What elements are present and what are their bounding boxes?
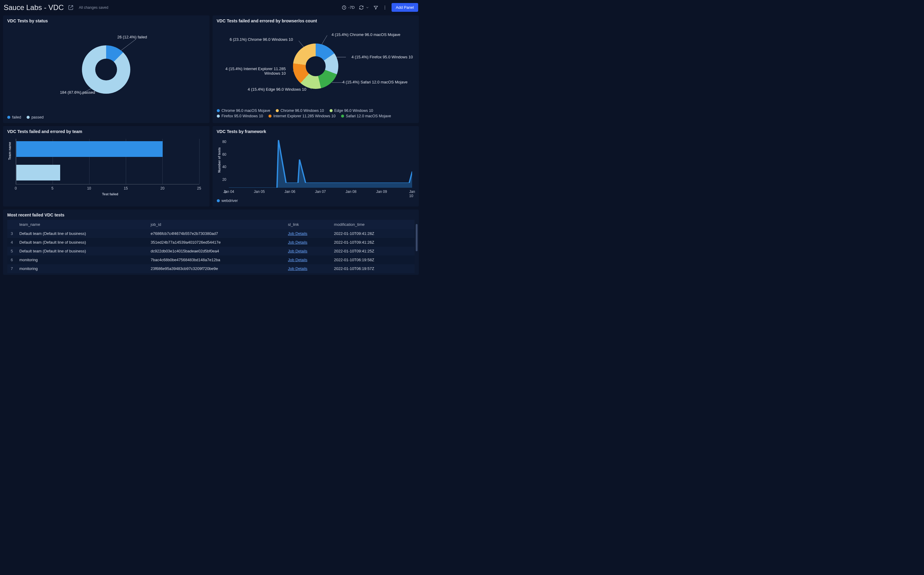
cell-sl-link: Job Details: [285, 264, 331, 273]
panel-status: VDC Tests by status 26 (12.4%) failed 18…: [3, 16, 210, 123]
job-details-link[interactable]: Job Details: [288, 231, 307, 236]
table-row: 6 monitoring 7bac4c68b0be47568483bd148a7…: [7, 256, 414, 264]
cell-team-name: monitoring: [16, 256, 148, 264]
table-header[interactable]: sl_link: [285, 220, 331, 229]
y-axis-title: Team name: [8, 142, 11, 160]
clock-icon: [342, 5, 346, 10]
cell-sl-link: Job Details: [285, 247, 331, 256]
job-details-link[interactable]: Job Details: [288, 240, 307, 245]
cell-job-id: e7686fcb7c4f4674b557e2b730380ad7: [148, 229, 285, 238]
panel-title: VDC Tests failed and errored by browser/…: [217, 18, 415, 23]
team-bar-chart: Team name 0510152025 Test failed: [16, 137, 205, 195]
cell-team-name: monitoring: [16, 264, 148, 273]
panel-framework: VDC Tests by framework Number of tests 0…: [213, 126, 419, 206]
legend-item: Chrome 96.0 Windows 10: [276, 108, 324, 113]
cell-job-id: 351ed24b77a14539a4010726ed54417e: [148, 238, 285, 247]
add-panel-button[interactable]: Add Panel: [392, 3, 418, 12]
time-range-label: -7D: [348, 5, 355, 10]
slice-label: 4 (15.4%) Internet Explorer 11.285Window…: [225, 67, 286, 76]
slice-label: 4 (15.4%) Edge 96.0 Windows 10: [248, 87, 306, 92]
cell-sl-link: Job Details: [285, 229, 331, 238]
filter-icon: [373, 5, 378, 10]
dashboard-header: Sauce Labs - VDC All changes saved -7D A…: [0, 0, 422, 14]
row-index: 4: [7, 238, 16, 247]
table-header[interactable]: team_name: [16, 220, 148, 229]
status-legend: failed passed: [7, 115, 205, 119]
table-row: 4 Default team (Default line of business…: [7, 238, 414, 247]
framework-legend: webdriver: [217, 199, 415, 203]
cell-modification-time: 2022-01-10T09:41:26Z: [331, 238, 414, 247]
row-index: 5: [7, 247, 16, 256]
save-status: All changes saved: [79, 5, 108, 10]
row-index: 3: [7, 229, 16, 238]
legend-item: Edge 96.0 Windows 10: [330, 108, 373, 113]
framework-area-chart: Number of tests 020406080 Jan 04Jan 05Ja…: [228, 137, 414, 197]
row-index: 6: [7, 256, 16, 264]
svg-line-11: [299, 41, 304, 48]
legend-item: webdriver: [217, 199, 238, 203]
slice-label: 4 (15.4%) Chrome 96.0 macOS Mojave: [332, 32, 401, 37]
cell-job-id: 7bac4c68b0be47568483bd148a7e12ba: [148, 256, 285, 264]
table-header[interactable]: modification_time: [331, 220, 414, 229]
bar: [16, 141, 163, 157]
table-header[interactable]: [7, 220, 16, 229]
slice-label: 4 (15.4%) Safari 12.0 macOS Mojave: [343, 80, 408, 84]
svg-line-4: [121, 39, 136, 51]
cell-job-id: 23f686e95a39483cb97c3209f720be9e: [148, 264, 285, 273]
browser-donut-chart: 4 (15.4%) Chrome 96.0 macOS Mojave 4 (15…: [217, 26, 415, 107]
panel-team: VDC Tests failed and errored by team Tea…: [3, 126, 210, 206]
cell-sl-link: Job Details: [285, 238, 331, 247]
more-vertical-icon: [383, 5, 387, 10]
cell-modification-time: 2022-01-10T06:19:58Z: [331, 256, 414, 264]
panel-browser: VDC Tests failed and errored by browser/…: [213, 16, 419, 123]
x-axis-title: Test failed: [102, 192, 118, 196]
row-index: 7: [7, 264, 16, 273]
cell-modification-time: 2022-01-10T09:41:28Z: [331, 229, 414, 238]
cell-job-id: dc922db03e1c4015badeae02d5bf0ea4: [148, 247, 285, 256]
panel-title: VDC Tests failed and errored by team: [7, 129, 205, 134]
slice-label-passed: 184 (87.6%) passed: [60, 90, 95, 95]
share-icon[interactable]: [68, 5, 73, 10]
job-details-link[interactable]: Job Details: [288, 257, 307, 262]
legend-item: Firefox 95.0 Windows 10: [217, 114, 264, 118]
table-row: 7 monitoring 23f686e95a39483cb97c3209f72…: [7, 264, 414, 273]
svg-point-1: [384, 6, 385, 6]
table-scrollbar[interactable]: [416, 224, 418, 273]
panel-failed-tests: Most recent failed VDC tests team_namejo…: [3, 210, 419, 275]
refresh-icon: [359, 5, 364, 10]
table-row: 5 Default team (Default line of business…: [7, 247, 414, 256]
cell-team-name: Default team (Default line of business): [16, 238, 148, 247]
bar: [16, 165, 60, 181]
cell-modification-time: 2022-01-10T09:41:25Z: [331, 247, 414, 256]
legend-item: Chrome 96.0 macOS Mojave: [217, 108, 270, 113]
slice-label: 4 (15.4%) Firefox 95.0 Windows 10: [352, 55, 413, 59]
job-details-link[interactable]: Job Details: [288, 249, 307, 253]
legend-item: Safari 12.0 macOS Mojave: [341, 114, 391, 118]
slice-label: 6 (23.1%) Chrome 96.0 Windows 10: [230, 37, 293, 42]
cell-team-name: Default team (Default line of business): [16, 229, 148, 238]
legend-item: failed: [7, 115, 21, 119]
cell-modification-time: 2022-01-10T06:19:57Z: [331, 264, 414, 273]
chevron-down-icon: [365, 6, 369, 10]
legend-item: Internet Explorer 11.285 Windows 10: [268, 114, 336, 118]
filter-button[interactable]: [373, 5, 378, 10]
panel-title: Most recent failed VDC tests: [7, 213, 414, 218]
table-row: 3 Default team (Default line of business…: [7, 229, 414, 238]
refresh-button[interactable]: [359, 5, 369, 10]
time-range-picker[interactable]: -7D: [342, 5, 355, 10]
browser-legend: Chrome 96.0 macOS MojaveChrome 96.0 Wind…: [217, 108, 415, 118]
slice-label-failed: 26 (12.4%) failed: [117, 35, 147, 39]
job-details-link[interactable]: Job Details: [288, 266, 307, 271]
cell-sl-link: Job Details: [285, 256, 331, 264]
table-header[interactable]: job_id: [148, 220, 285, 229]
svg-line-6: [322, 35, 327, 44]
panel-title: VDC Tests by status: [7, 18, 205, 23]
legend-item: passed: [27, 115, 44, 119]
cell-team-name: Default team (Default line of business): [16, 247, 148, 256]
status-donut-chart: 26 (12.4%) failed 184 (87.6%) passed: [7, 26, 205, 113]
svg-point-2: [384, 7, 385, 8]
more-menu-button[interactable]: [383, 5, 387, 10]
svg-point-3: [384, 8, 385, 9]
panel-title: VDC Tests by framework: [217, 129, 415, 134]
failed-tests-table: team_namejob_idsl_linkmodification_time …: [7, 220, 414, 273]
